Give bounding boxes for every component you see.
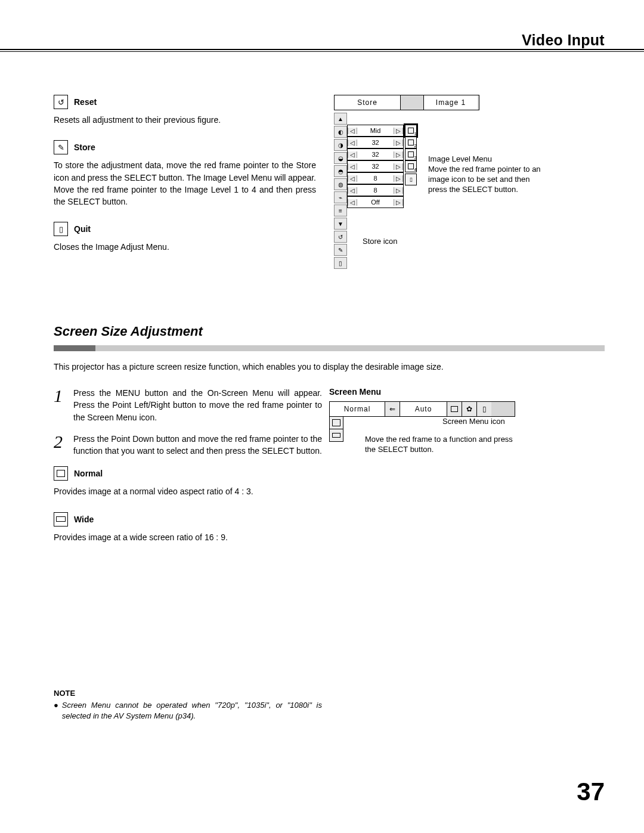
adjust-icon: ≡ (334, 205, 347, 216)
image-level-side: 1 2 3 4 ▯ (405, 125, 417, 270)
quit-title: Quit (74, 224, 91, 234)
left-column: ↺ Reset Resets all adjustment to their p… (54, 95, 316, 270)
adjust-icon: ◑ (334, 139, 347, 151)
osd-lower-column: ↺ ✎ ▯ (334, 231, 347, 269)
reset-section: ↺ Reset Resets all adjustment to their p… (54, 95, 316, 126)
quit-side-icon: ▯ (405, 174, 417, 185)
scroll-down-icon (334, 218, 347, 230)
reset-icon: ↺ (54, 95, 68, 109)
store-section: ✎ Store To store the adjustment data, mo… (54, 140, 316, 208)
sm-icon: ▯ (477, 402, 491, 416)
sm-instruction-callout: Move the red frame to a function and pre… (365, 435, 520, 455)
sm-icon-callout: Screen Menu icon (442, 417, 505, 426)
osd-value-rows: ◁Mid▷ ◁32▷ ◁32▷ ◁32▷ ◁8▷ ◁8▷ ◁Off▷ (347, 125, 404, 270)
quit-section: ▯ Quit Closes the Image Adjust Menu. (54, 222, 316, 253)
steps-column: 1 Press the MENU button and the On-Scree… (54, 387, 322, 558)
step-text: Press the MENU button and the On-Screen … (73, 387, 322, 423)
store-icon: ✎ (54, 140, 68, 154)
osd-icon-column: ◐ ◑ ◒ ◓ ◍ ⌁ ≡ (334, 113, 347, 230)
normal-title: Normal (74, 469, 103, 478)
step-number: 2 (54, 433, 63, 457)
normal-section: Normal Provides image at a normal video … (54, 466, 322, 497)
store-title: Store (74, 143, 95, 152)
note-heading: NOTE (54, 689, 322, 698)
header-rule (0, 49, 644, 52)
quit-row-icon: ▯ (334, 257, 347, 269)
reset-desc: Resets all adjustment to their previous … (54, 114, 316, 126)
store-desc: To store the adjustment data, move the r… (54, 159, 316, 208)
adjust-icon: ◐ (334, 126, 347, 138)
sm-icon: ✿ (462, 402, 477, 416)
scroll-up-icon (334, 113, 347, 125)
osd-row: ◁8▷ (347, 184, 404, 196)
wide-desc: Provides image at a wide screen ratio of… (54, 531, 322, 543)
page-number: 37 (577, 778, 605, 806)
adjust-icon: ◒ (334, 152, 347, 164)
image-level-2-icon: 2 (405, 137, 417, 148)
note-text: Screen Menu cannot be operated when "720… (62, 700, 322, 721)
osd-row: ◁8▷ (347, 172, 404, 184)
osd-row: ◁Mid▷ (347, 125, 404, 137)
adjust-icon: ⌁ (334, 191, 347, 203)
step-number: 1 (54, 387, 63, 423)
sm-auto-label: Auto (400, 402, 447, 416)
sm-mode-column (329, 416, 343, 442)
osd-row: ◁32▷ (347, 148, 404, 160)
image-level-1-icon: 1 (405, 125, 417, 137)
step-2: 2 Press the Point Down button and move t… (54, 433, 322, 457)
section-rule (54, 345, 605, 351)
image-level-3-icon: 3 (405, 148, 417, 160)
adjust-icon: ◍ (334, 178, 347, 190)
osd-row: ◁Off▷ (347, 196, 404, 208)
wide-section: Wide Provides image at a wide screen rat… (54, 512, 322, 543)
wide-title: Wide (74, 515, 94, 524)
osd-row: ◁32▷ (347, 137, 404, 148)
osd-tab-image1: Image 1 (423, 95, 478, 110)
image-level-4-icon: 4 (405, 160, 417, 172)
normal-icon (54, 466, 68, 481)
reset-title: Reset (74, 97, 97, 107)
step-text: Press the Point Down button and move the… (73, 433, 322, 457)
sm-normal-icon (329, 416, 343, 429)
sm-icon (447, 402, 462, 416)
osd-tab-store: Store (335, 95, 401, 110)
osd-figure: Store Image 1 ◐ ◑ ◒ ◓ ◍ ⌁ ≡ (328, 95, 605, 270)
quit-icon: ▯ (54, 222, 68, 236)
store-icon-callout: Store icon (363, 237, 476, 247)
image-level-callout: Image Level Menu Move the red frame poin… (428, 154, 541, 195)
step-1: 1 Press the MENU button and the On-Scree… (54, 387, 322, 423)
sm-normal-label: Normal (330, 402, 385, 416)
store-row-icon: ✎ (334, 244, 347, 256)
screen-menu-heading: Screen Menu (329, 387, 568, 397)
bullet-icon: ● (54, 700, 58, 721)
wide-icon (54, 512, 68, 527)
sm-icon: ⇐ (385, 402, 400, 416)
quit-desc: Closes the Image Adjust Menu. (54, 241, 316, 253)
sm-wide-icon (329, 429, 343, 442)
reset-icon: ↺ (334, 231, 347, 243)
screen-menu-bar: Normal ⇐ Auto ✿ ▯ (329, 401, 515, 417)
screen-menu-figure: Screen Menu Normal ⇐ Auto ✿ ▯ Screen Men… (329, 387, 568, 442)
note-block: NOTE ● Screen Menu cannot be operated wh… (54, 558, 322, 721)
normal-desc: Provides image at a normal video aspect … (54, 485, 322, 497)
section-intro: This projector has a picture screen resi… (54, 362, 605, 371)
adjust-icon: ◓ (334, 165, 347, 177)
section-heading: Screen Size Adjustment (54, 324, 605, 339)
osd-row: ◁32▷ (347, 160, 404, 172)
